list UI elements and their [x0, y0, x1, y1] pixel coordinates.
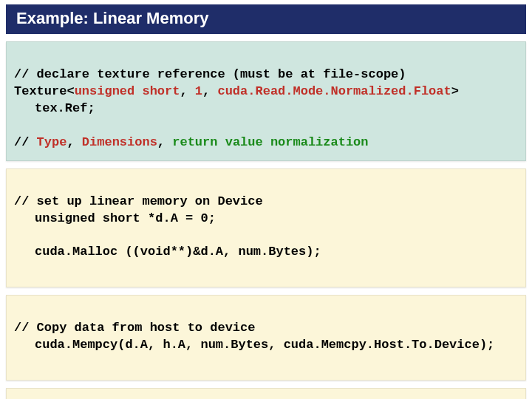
slide-title: Example: Linear Memory: [6, 4, 526, 34]
code-line: Texture<unsigned short, 1, cuda.Read.Mod…: [14, 84, 459, 98]
code-block-declare-texture: // declare texture reference (must be at…: [6, 41, 526, 161]
code-block-copy-data: // Copy data from host to device cuda.Me…: [6, 295, 526, 381]
code-line: // declare texture reference (must be at…: [14, 67, 406, 81]
code-line: unsigned short *d.A = 0;: [35, 211, 518, 228]
code-line: // set up linear memory on Device: [14, 194, 263, 208]
code-block-bind-texture: // bind texture reference to array cuda.…: [6, 388, 526, 399]
code-line: // Type, Dimensions, return value normal…: [14, 135, 369, 149]
code-line: tex.Ref;: [35, 100, 518, 117]
code-line: cuda.Mempcy(d.A, h.A, num.Bytes, cuda.Me…: [35, 337, 518, 354]
code-line: // Copy data from host to device: [14, 321, 255, 335]
code-block-setup-memory: // set up linear memory on Device unsign…: [6, 168, 526, 288]
code-line: cuda.Malloc ((void**)&d.A, num.Bytes);: [35, 244, 518, 261]
